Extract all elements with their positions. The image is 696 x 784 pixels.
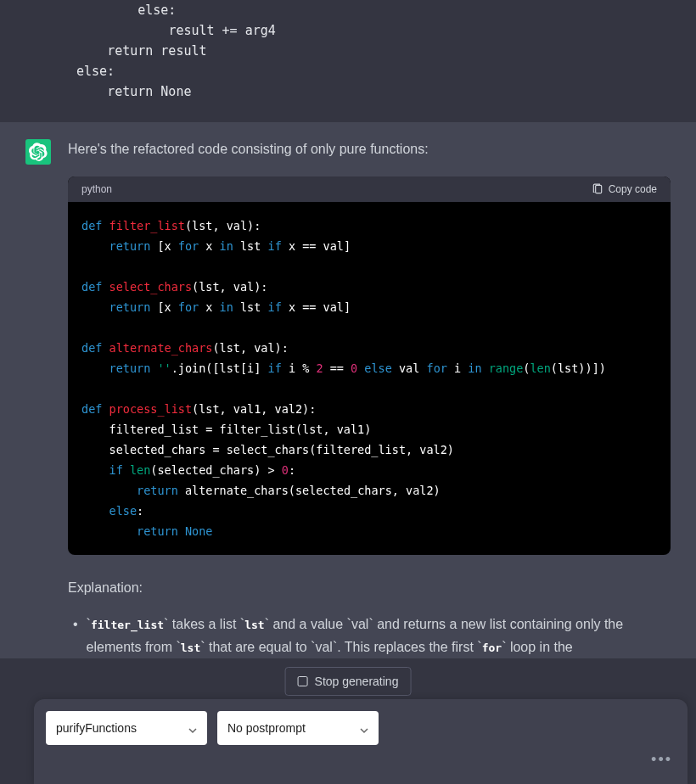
assistant-response-section: Here's the refactored code consisting of… <box>0 122 696 658</box>
chevron-down-icon <box>188 724 197 732</box>
assistant-avatar <box>25 139 51 165</box>
svg-rect-0 <box>595 185 601 193</box>
copy-code-button[interactable]: Copy code <box>592 183 657 195</box>
code-language-label: python <box>81 183 112 195</box>
explanation-bullet: • `filter_list` takes a list `lst` and a… <box>68 613 671 658</box>
code-block: python Copy code def filter_list(lst, va… <box>68 176 671 555</box>
input-bar: purifyFunctions No postprompt ••• <box>34 699 688 784</box>
assistant-content: Here's the refactored code consisting of… <box>68 139 671 658</box>
intro-text: Here's the refactored code consisting of… <box>68 139 671 160</box>
explanation-heading: Explanation: <box>68 580 671 596</box>
user-code-snippet: else: result += arg4 return result else:… <box>76 0 696 102</box>
stop-icon <box>298 676 308 686</box>
code-content: def filter_list(lst, val): return [x for… <box>68 202 671 555</box>
prompt-select[interactable]: purifyFunctions <box>46 711 207 745</box>
stop-generating-button[interactable]: Stop generating <box>285 667 412 696</box>
chevron-down-icon <box>360 724 368 732</box>
code-header: python Copy code <box>68 176 671 202</box>
postprompt-select[interactable]: No postprompt <box>217 711 379 745</box>
openai-logo-icon <box>29 143 48 161</box>
more-options-button[interactable]: ••• <box>651 751 672 769</box>
clipboard-icon <box>592 183 603 195</box>
bullet-marker: • <box>73 613 78 658</box>
user-message-section: else: result += arg4 return result else:… <box>0 0 696 122</box>
